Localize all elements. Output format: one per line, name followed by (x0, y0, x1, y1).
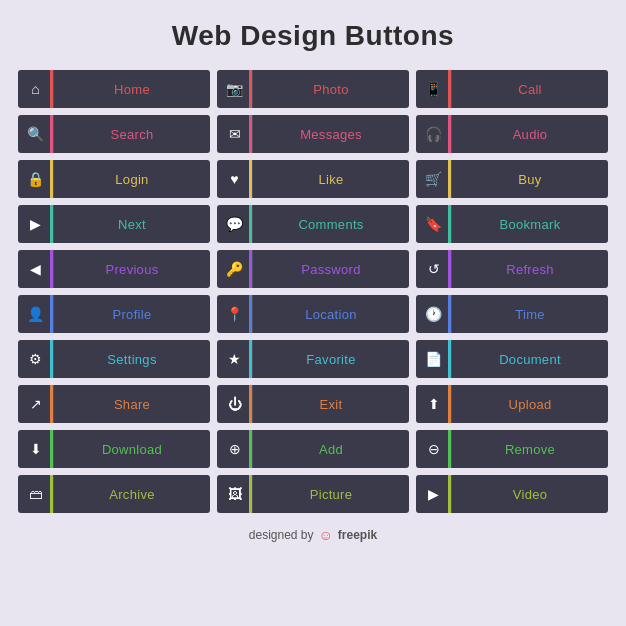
icon-picture: 🖼 (217, 475, 253, 513)
label-search: Search (54, 127, 210, 142)
button-settings[interactable]: ⚙Settings (18, 340, 210, 378)
label-call: Call (452, 82, 608, 97)
label-add: Add (253, 442, 409, 457)
label-favorite: Favorite (253, 352, 409, 367)
icon-login: 🔒 (18, 160, 54, 198)
icon-download: ⬇ (18, 430, 54, 468)
icon-location: 📍 (217, 295, 253, 333)
icon-home: ⌂ (18, 70, 54, 108)
button-exit[interactable]: ⏻Exit (217, 385, 409, 423)
button-messages[interactable]: ✉Messages (217, 115, 409, 153)
label-home: Home (54, 82, 210, 97)
label-profile: Profile (54, 307, 210, 322)
label-buy: Buy (452, 172, 608, 187)
icon-comments: 💬 (217, 205, 253, 243)
label-remove: Remove (452, 442, 608, 457)
icon-like: ♥ (217, 160, 253, 198)
button-upload[interactable]: ⬆Upload (416, 385, 608, 423)
button-like[interactable]: ♥Like (217, 160, 409, 198)
label-video: Video (452, 487, 608, 502)
label-picture: Picture (253, 487, 409, 502)
label-document: Document (452, 352, 608, 367)
button-search[interactable]: 🔍Search (18, 115, 210, 153)
icon-search: 🔍 (18, 115, 54, 153)
button-share[interactable]: ↗Share (18, 385, 210, 423)
button-download[interactable]: ⬇Download (18, 430, 210, 468)
icon-archive: 🗃 (18, 475, 54, 513)
label-comments: Comments (253, 217, 409, 232)
label-share: Share (54, 397, 210, 412)
icon-settings: ⚙ (18, 340, 54, 378)
page-title: Web Design Buttons (172, 20, 454, 52)
button-add[interactable]: ⊕Add (217, 430, 409, 468)
label-refresh: Refresh (452, 262, 608, 277)
button-audio[interactable]: 🎧Audio (416, 115, 608, 153)
button-previous[interactable]: ◀Previous (18, 250, 210, 288)
button-picture[interactable]: 🖼Picture (217, 475, 409, 513)
icon-document: 📄 (416, 340, 452, 378)
icon-messages: ✉ (217, 115, 253, 153)
button-refresh[interactable]: ↺Refresh (416, 250, 608, 288)
label-audio: Audio (452, 127, 608, 142)
label-previous: Previous (54, 262, 210, 277)
label-bookmark: Bookmark (452, 217, 608, 232)
icon-time: 🕐 (416, 295, 452, 333)
button-grid: ⌂Home📷Photo📱Call🔍Search✉Messages🎧Audio🔒L… (18, 70, 608, 513)
icon-password: 🔑 (217, 250, 253, 288)
button-buy[interactable]: 🛒Buy (416, 160, 608, 198)
icon-audio: 🎧 (416, 115, 452, 153)
button-favorite[interactable]: ★Favorite (217, 340, 409, 378)
icon-share: ↗ (18, 385, 54, 423)
footer-text: designed by (249, 528, 314, 542)
icon-add: ⊕ (217, 430, 253, 468)
label-archive: Archive (54, 487, 210, 502)
button-time[interactable]: 🕐Time (416, 295, 608, 333)
label-time: Time (452, 307, 608, 322)
icon-refresh: ↺ (416, 250, 452, 288)
icon-exit: ⏻ (217, 385, 253, 423)
icon-profile: 👤 (18, 295, 54, 333)
icon-buy: 🛒 (416, 160, 452, 198)
label-photo: Photo (253, 82, 409, 97)
footer-logo-icon: ☺ (319, 527, 333, 543)
label-location: Location (253, 307, 409, 322)
icon-bookmark: 🔖 (416, 205, 452, 243)
button-login[interactable]: 🔒Login (18, 160, 210, 198)
icon-upload: ⬆ (416, 385, 452, 423)
button-video[interactable]: ▶Video (416, 475, 608, 513)
icon-video: ▶ (416, 475, 452, 513)
button-next[interactable]: ▶Next (18, 205, 210, 243)
button-document[interactable]: 📄Document (416, 340, 608, 378)
icon-call: 📱 (416, 70, 452, 108)
label-like: Like (253, 172, 409, 187)
button-bookmark[interactable]: 🔖Bookmark (416, 205, 608, 243)
button-home[interactable]: ⌂Home (18, 70, 210, 108)
label-messages: Messages (253, 127, 409, 142)
button-location[interactable]: 📍Location (217, 295, 409, 333)
footer-brand: freepik (338, 528, 377, 542)
label-upload: Upload (452, 397, 608, 412)
label-exit: Exit (253, 397, 409, 412)
button-profile[interactable]: 👤Profile (18, 295, 210, 333)
label-settings: Settings (54, 352, 210, 367)
icon-remove: ⊖ (416, 430, 452, 468)
icon-previous: ◀ (18, 250, 54, 288)
button-archive[interactable]: 🗃Archive (18, 475, 210, 513)
button-call[interactable]: 📱Call (416, 70, 608, 108)
footer: designed by ☺ freepik (249, 527, 377, 543)
label-login: Login (54, 172, 210, 187)
label-next: Next (54, 217, 210, 232)
label-password: Password (253, 262, 409, 277)
button-remove[interactable]: ⊖Remove (416, 430, 608, 468)
icon-favorite: ★ (217, 340, 253, 378)
icon-photo: 📷 (217, 70, 253, 108)
button-password[interactable]: 🔑Password (217, 250, 409, 288)
button-photo[interactable]: 📷Photo (217, 70, 409, 108)
label-download: Download (54, 442, 210, 457)
button-comments[interactable]: 💬Comments (217, 205, 409, 243)
icon-next: ▶ (18, 205, 54, 243)
